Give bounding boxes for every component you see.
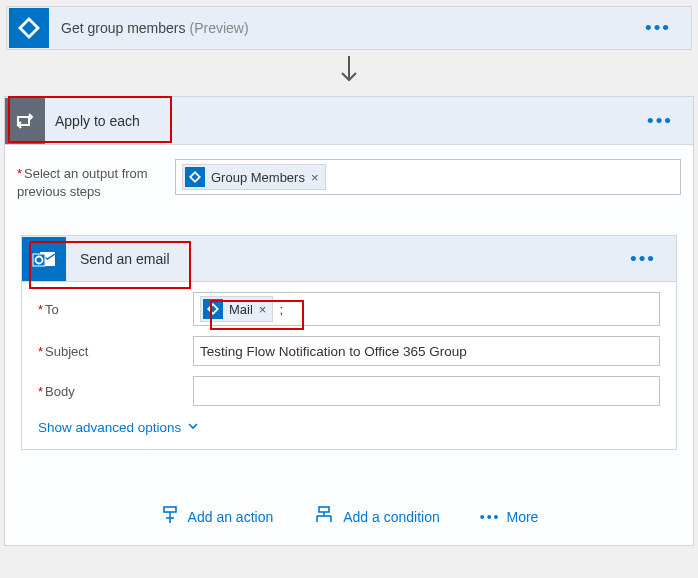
azure-ad-chip-icon — [185, 167, 205, 187]
body-input[interactable] — [193, 376, 660, 406]
loop-icon — [5, 98, 45, 144]
send-email-title: Send an email — [80, 251, 170, 267]
to-label: *To — [38, 302, 193, 317]
more-link[interactable]: ••• More — [480, 506, 539, 527]
chip-mail[interactable]: Mail × — [200, 296, 273, 322]
arrow-down-icon — [0, 56, 698, 90]
subject-row: *Subject Testing Flow Notification to Of… — [38, 336, 660, 366]
preview-label: (Preview) — [190, 20, 249, 36]
select-output-label: *Select an output from previous steps — [17, 159, 175, 201]
chip-group-members[interactable]: Group Members × — [182, 164, 326, 190]
chip-mail-remove-icon[interactable]: × — [259, 302, 267, 317]
send-email-card: Send an email ••• *To Mail × ; — [21, 235, 677, 450]
azure-ad-icon — [9, 8, 49, 48]
select-output-input[interactable]: Group Members × — [175, 159, 681, 195]
step-title: Get group members — [61, 20, 186, 36]
svg-rect-14 — [319, 507, 329, 512]
chip-label: Group Members — [211, 170, 305, 185]
add-action-link[interactable]: Add an action — [160, 506, 274, 527]
body-label: *Body — [38, 384, 193, 399]
subject-input[interactable]: Testing Flow Notification to Office 365 … — [193, 336, 660, 366]
send-email-header[interactable]: Send an email ••• — [22, 236, 676, 282]
send-email-menu-icon[interactable]: ••• — [630, 248, 656, 270]
add-action-icon — [160, 506, 180, 527]
chip-mail-label: Mail — [229, 302, 253, 317]
azure-ad-chip-icon-2 — [203, 299, 223, 319]
show-advanced-options-link[interactable]: Show advanced options — [38, 420, 199, 435]
add-condition-icon — [313, 506, 335, 527]
chevron-down-icon — [187, 420, 199, 435]
apply-to-each-header[interactable]: Apply to each ••• — [5, 97, 693, 145]
apply-to-each-container: Apply to each ••• *Select an output from… — [4, 96, 694, 546]
chip-remove-icon[interactable]: × — [311, 170, 319, 185]
step-menu-icon[interactable]: ••• — [645, 17, 671, 39]
to-row: *To Mail × ; — [38, 292, 660, 326]
more-dots-icon: ••• — [480, 509, 501, 525]
step-get-group-members[interactable]: Get group members (Preview) ••• — [6, 6, 692, 50]
footer-actions: Add an action Add a condition ••• More — [5, 506, 693, 527]
select-output-row: *Select an output from previous steps Gr… — [17, 159, 681, 201]
apply-title: Apply to each — [55, 113, 140, 129]
add-condition-link[interactable]: Add a condition — [313, 506, 440, 527]
to-input[interactable]: Mail × ; — [193, 292, 660, 326]
outlook-icon — [22, 237, 66, 281]
subject-label: *Subject — [38, 344, 193, 359]
svg-rect-10 — [164, 507, 176, 512]
apply-menu-icon[interactable]: ••• — [647, 110, 673, 132]
to-suffix: ; — [279, 302, 283, 317]
body-row: *Body — [38, 376, 660, 406]
